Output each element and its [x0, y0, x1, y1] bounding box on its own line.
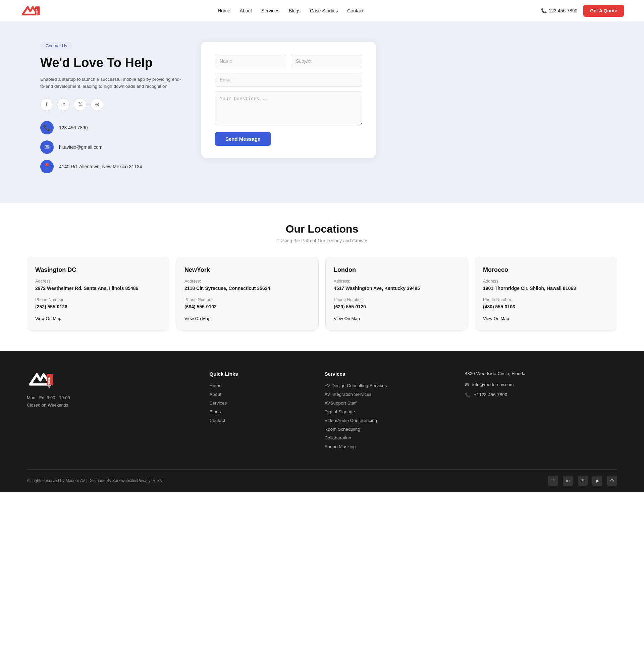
location-card: Morocco Address: 1901 Thornridge Cir. Sh…	[475, 257, 617, 331]
location-phone: (629) 555-0129	[334, 303, 459, 310]
header: MODERN Home About Services Blogs Case St…	[0, 0, 644, 22]
location-card: NewYork Address: 2118 Cir. Syracuse, Con…	[176, 257, 319, 331]
footer-twitter-icon[interactable]: 𝕏	[577, 476, 588, 485]
svg-text:MODERN: MODERN	[36, 9, 38, 17]
twitter-icon[interactable]: 𝕏	[74, 98, 86, 111]
get-quote-button[interactable]: Get A Quote	[583, 5, 624, 17]
footer: MODERN Mon - Fri: 9:00 - 19:00Closed on …	[0, 351, 644, 492]
footer-quick-links: HomeAboutServicesBlogsContact	[210, 383, 311, 423]
address-label: Address:	[35, 279, 161, 284]
footer-service-link[interactable]: Digital Signage	[324, 409, 355, 414]
address-label: Address:	[334, 279, 459, 284]
footer-services-col: Services AV Design Consulting ServicesAV…	[324, 371, 451, 453]
location-address: 1901 Thornridge Cir. Shiloh, Hawaii 8106…	[483, 285, 609, 292]
email-circle-icon: ✉	[40, 141, 54, 154]
footer-quick-link[interactable]: Contact	[210, 418, 225, 423]
footer-quick-links-col: Quick Links HomeAboutServicesBlogsContac…	[210, 371, 311, 453]
location-card: London Address: 4517 Washington Ave, Ken…	[325, 257, 468, 331]
footer-linkedin-icon[interactable]: in	[563, 476, 573, 485]
footer-bottom: All rights reserved by Modern AV | Desig…	[27, 469, 617, 492]
footer-grid: MODERN Mon - Fri: 9:00 - 19:00Closed on …	[27, 371, 617, 469]
header-phone: 📞 123 456 7890	[541, 8, 577, 13]
contact-email-text: hi.avitex@gmail.com	[59, 144, 102, 150]
location-address: 2972 Westheimer Rd. Santa Ana, Illinois …	[35, 285, 161, 292]
contact-badge: Contact Us	[40, 42, 72, 50]
footer-services-title: Services	[324, 371, 451, 377]
contact-email-item: ✉ hi.avitex@gmail.com	[40, 141, 181, 154]
phone-icon: 📞	[541, 8, 547, 13]
location-address: 4517 Washington Ave, Kentucky 39495	[334, 285, 459, 292]
footer-service-link[interactable]: Collaboration	[324, 435, 351, 441]
footer-service-link[interactable]: Video/Audio Conferencing	[324, 418, 377, 423]
logo[interactable]: MODERN	[20, 4, 40, 17]
footer-email-icon: ✉	[465, 382, 469, 387]
contact-title: We'd Love To Help	[40, 56, 181, 70]
footer-social-icons: f in 𝕏 ▶ ⊕	[548, 476, 617, 485]
nav-case-studies[interactable]: Case Studies	[310, 8, 338, 13]
footer-service-link[interactable]: Room Scheduling	[324, 427, 360, 432]
view-on-map-link[interactable]: View On Map	[35, 316, 61, 321]
footer-contact-col: 4330 Woodside Circle, Florida ✉ info@mod…	[465, 371, 617, 453]
send-message-button[interactable]: Send Message	[215, 132, 271, 146]
location-phone: (480) 555-0103	[483, 303, 609, 310]
subject-input[interactable]	[291, 54, 362, 68]
footer-logo-area: MODERN Mon - Fri: 9:00 - 19:00Closed on …	[27, 371, 196, 453]
footer-service-link[interactable]: AVSupport Staff	[324, 400, 356, 406]
linkedin-icon[interactable]: in	[57, 98, 70, 111]
message-textarea[interactable]	[215, 92, 362, 125]
phone-circle-icon: 📞	[40, 121, 54, 134]
location-circle-icon: 📍	[40, 160, 54, 173]
footer-email-text: info@modernav.com	[472, 382, 514, 387]
social-icons-row: f in 𝕏 ⊕	[40, 98, 181, 111]
instagram-icon[interactable]: ⊕	[91, 98, 103, 111]
nav-contact[interactable]: Contact	[347, 8, 363, 13]
footer-quick-link[interactable]: Home	[210, 383, 222, 388]
footer-service-link[interactable]: AV Integration Services	[324, 392, 371, 397]
address-label: Address:	[185, 279, 310, 284]
footer-facebook-icon[interactable]: f	[548, 476, 558, 485]
footer-service-link[interactable]: Sound Masking	[324, 444, 355, 449]
footer-quick-link[interactable]: Blogs	[210, 409, 221, 414]
footer-youtube-icon[interactable]: ▶	[592, 476, 602, 485]
contact-address-text: 4140 Rd. Allentown, New Mexico 31134	[59, 164, 142, 169]
location-name: NewYork	[185, 266, 310, 274]
contact-left: Contact Us We'd Love To Help Enabled a s…	[40, 42, 181, 179]
email-input[interactable]	[215, 73, 362, 87]
locations-title: Our Locations	[27, 223, 617, 235]
contact-section: Contact Us We'd Love To Help Enabled a s…	[0, 22, 644, 203]
footer-services-links: AV Design Consulting ServicesAV Integrat…	[324, 383, 451, 449]
contact-description: Enabled a startup to launch a successful…	[40, 76, 181, 90]
nav-about[interactable]: About	[240, 8, 252, 13]
phone-label: Phone Number:	[35, 297, 161, 302]
form-row-1	[215, 54, 362, 68]
location-phone: (684) 555-0102	[185, 303, 310, 310]
phone-label: Phone Number:	[334, 297, 459, 302]
footer-quick-link[interactable]: Services	[210, 400, 227, 406]
nav-blogs[interactable]: Blogs	[289, 8, 301, 13]
locations-section: Our Locations Tracing the Path of Our Le…	[0, 203, 644, 351]
footer-quick-links-title: Quick Links	[210, 371, 311, 377]
view-on-map-link[interactable]: View On Map	[185, 316, 211, 321]
footer-phone-text: +1123-456-7890	[474, 392, 507, 397]
location-address: 2118 Cir. Syracuse, Connecticut 35624	[185, 285, 310, 292]
footer-service-link[interactable]: AV Design Consulting Services	[324, 383, 387, 388]
form-row-2	[215, 73, 362, 87]
locations-subtitle: Tracing the Path of Our Legacy and Growt…	[27, 238, 617, 243]
contact-phone-text: 123 456 7890	[59, 125, 88, 130]
facebook-icon[interactable]: f	[40, 98, 53, 111]
nav-services[interactable]: Services	[261, 8, 279, 13]
footer-quick-link[interactable]: About	[210, 392, 221, 397]
nav-home[interactable]: Home	[218, 8, 230, 13]
view-on-map-link[interactable]: View On Map	[483, 316, 509, 321]
svg-text:MODERN: MODERN	[48, 377, 51, 388]
location-name: Wasington DC	[35, 266, 161, 274]
phone-label: Phone Number:	[185, 297, 310, 302]
locations-grid: Wasington DC Address: 2972 Westheimer Rd…	[27, 257, 617, 331]
footer-address: 4330 Woodside Circle, Florida	[465, 371, 617, 376]
footer-instagram-icon[interactable]: ⊕	[607, 476, 617, 485]
view-on-map-link[interactable]: View On Map	[334, 316, 360, 321]
footer-phone-icon: 📞	[465, 392, 471, 397]
phone-label: Phone Number:	[483, 297, 609, 302]
location-name: London	[334, 266, 459, 274]
name-input[interactable]	[215, 54, 286, 68]
